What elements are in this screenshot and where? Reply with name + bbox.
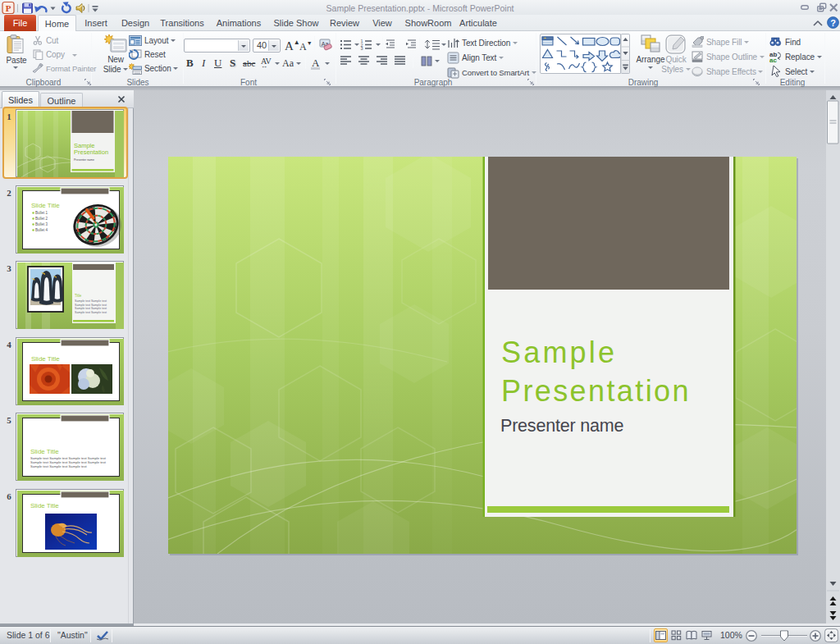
svg-text:Bullet 3: Bullet 3	[35, 222, 48, 226]
svg-text:Bullet 1: Bullet 1	[35, 211, 48, 215]
svg-text:Bullet 2: Bullet 2	[35, 217, 48, 221]
svg-text:Presentation: Presentation	[501, 374, 691, 408]
svg-text:Presenter name: Presenter name	[74, 158, 94, 162]
svg-text:3: 3	[361, 46, 363, 51]
svg-text:Sample text Sample text: Sample text Sample text	[75, 307, 107, 310]
svg-text:Sample text Sample text: Sample text Sample text	[75, 299, 107, 303]
svg-text:Sample: Sample	[501, 336, 617, 369]
svg-text:Sample text Sample text: Sample text Sample text	[75, 310, 107, 313]
svg-text:Presenter name: Presenter name	[500, 416, 623, 436]
svg-text:P: P	[6, 3, 11, 13]
svg-text:Slide Title: Slide Title	[30, 448, 59, 455]
svg-text:Sample text Sample text: Sample text Sample text	[75, 303, 107, 306]
svg-text:Slide Title: Slide Title	[31, 355, 60, 363]
svg-text:Sample text Sample text Sample: Sample text Sample text Sample text	[30, 464, 87, 468]
svg-text:Title: Title	[75, 294, 82, 298]
svg-text:Bullet 4: Bullet 4	[35, 228, 48, 232]
svg-text:ac: ac	[769, 57, 777, 63]
svg-text:Presentation: Presentation	[74, 148, 108, 156]
svg-text:?: ?	[830, 18, 836, 28]
svg-text:Slide Title: Slide Title	[30, 502, 59, 509]
svg-text:Slide Title: Slide Title	[31, 202, 60, 209]
